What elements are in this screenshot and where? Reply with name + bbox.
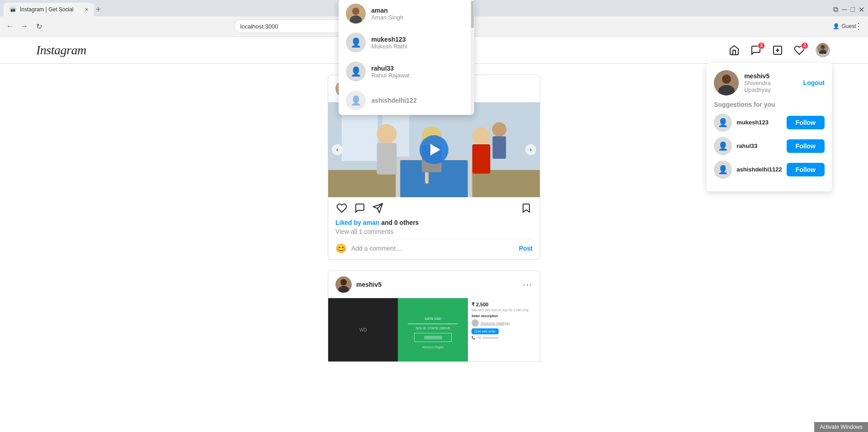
share-icon <box>373 203 383 214</box>
liked-by-highlight: Liked by aman <box>335 219 379 226</box>
profile-dropdown-avatar-image <box>714 70 739 95</box>
tab-title: Instagram | Get Social <box>20 6 81 13</box>
suggestion-username-mukesh123: mukesh123 <box>736 119 782 126</box>
price-sub: New WD 240 SSD at Just Rs 2,390 Only <box>472 309 528 312</box>
scrollbar-thumb <box>471 1 474 28</box>
app-container: Instagram 🔍 ✕ <box>0 37 868 432</box>
search-result-mukesh123[interactable]: 👤 mukesh123 Mukesh Rathi <box>339 28 474 57</box>
wd-label: WD <box>359 328 367 332</box>
restore-window-icon[interactable]: ⧉ <box>833 5 838 14</box>
post-nav-left-arrow[interactable]: ‹ <box>332 144 343 155</box>
suggestion-avatar-ashishdelhi1122: 👤 <box>714 161 732 179</box>
home-nav-button[interactable] <box>727 43 741 57</box>
search-result-fullname-mukesh123: Mukesh Rathi <box>371 43 407 50</box>
suggestion-username-rahul33: rahul33 <box>736 142 782 149</box>
post-comment-button-aman[interactable]: Post <box>519 245 533 252</box>
search-result-username-mukesh123: mukesh123 <box>371 36 407 43</box>
post-avatar-meshiv5 <box>335 276 352 293</box>
suggestion-avatar-mukesh123: 👤 <box>714 114 732 132</box>
svg-point-10 <box>722 75 731 84</box>
ec-right-panel: ₹ 2,500 New WD 240 SSD at Just Rs 2,390 … <box>468 298 540 361</box>
follow-button-rahul33[interactable]: Follow <box>787 139 825 153</box>
search-result-avatar-aman <box>346 4 366 24</box>
add-post-nav-button[interactable] <box>770 43 785 57</box>
bookmark-button-aman[interactable] <box>520 202 533 214</box>
messages-nav-button[interactable]: 3 <box>749 43 763 57</box>
price-tag: ₹ 2,500 <box>472 302 489 308</box>
profile-dropdown-username: meshiv5 <box>744 72 797 80</box>
wd-sub-label: SOLID STATE DRIVE <box>415 326 451 330</box>
suggestion-item-rahul33: 👤 rahul33 Follow <box>714 137 825 155</box>
notifications-nav-button[interactable]: 2 <box>792 43 807 57</box>
suggestion-item-mukesh123: 👤 mukesh123 Follow <box>714 114 825 132</box>
search-result-avatar-mukesh123: 👤 <box>346 33 366 52</box>
minimize-window-icon[interactable]: ─ <box>842 5 847 14</box>
search-result-rahul33[interactable]: 👤 rahul33 Rahul Rajawat <box>339 57 474 86</box>
search-result-fullname-aman: Aman Singh <box>371 14 403 21</box>
search-result-info-aman: aman Aman Singh <box>371 7 403 21</box>
heart-outline-icon <box>336 203 347 214</box>
forward-button[interactable]: → <box>18 20 31 33</box>
chat-with-seller-button[interactable]: Chat with seller <box>472 328 499 334</box>
suggestions-title: Suggestions for you <box>714 101 825 108</box>
wd-drive-icon <box>414 333 452 342</box>
seller-label: Seller description <box>472 314 498 318</box>
wd-brand: Western Digital <box>422 346 443 349</box>
tab-favicon: 📷 <box>9 6 16 13</box>
maximize-window-icon[interactable]: □ <box>850 5 855 14</box>
search-result-username-ashishdelhi: ashishdelhi122 <box>371 97 416 104</box>
browser-right-actions: 👤 Guest ⋮ <box>838 19 864 33</box>
post-card-meshiv5: meshiv5 ··· WD WD Green SATA SSD <box>328 271 540 362</box>
share-button-aman[interactable] <box>372 202 384 214</box>
suggestion-item-ashishdelhi1122: 👤 ashishdelhi1122 Follow <box>714 161 825 179</box>
ecommerce-preview: WD WD Green SATA SSD SOLID STATE DRIVE W… <box>328 298 540 361</box>
post-media-meshiv5: WD WD Green SATA SSD SOLID STATE DRIVE W… <box>328 298 540 361</box>
search-result-info-mukesh123: mukesh123 Mukesh Rathi <box>371 36 407 50</box>
search-result-username-rahul33: rahul33 <box>371 65 410 72</box>
follow-button-mukesh123[interactable]: Follow <box>787 116 825 129</box>
close-window-icon[interactable]: ✕ <box>859 5 864 14</box>
browser-menu-button[interactable]: ⋮ <box>853 19 864 33</box>
user-avatar-nav-button[interactable] <box>814 41 832 59</box>
add-icon <box>772 45 783 56</box>
browser-tab[interactable]: 📷 Instagram | Get Social × <box>4 3 94 16</box>
profile-dropdown-container: meshiv5 Shivendra Upadhyay Logout Sugges… <box>814 41 832 59</box>
play-overlay <box>328 102 540 197</box>
emoji-button-aman[interactable]: 😊 <box>335 243 347 254</box>
user-profile-button[interactable]: 👤 Guest <box>838 20 851 33</box>
seller-name: Shivendra Upadhyay <box>481 322 510 325</box>
notifications-badge: 2 <box>801 42 808 49</box>
comment-input-aman[interactable] <box>351 245 514 252</box>
follow-button-ashishdelhi1122[interactable]: Follow <box>787 163 825 176</box>
logout-button[interactable]: Logout <box>803 79 825 86</box>
user-avatar-nav <box>816 43 830 57</box>
post-nav-right-arrow[interactable]: › <box>525 144 536 155</box>
post-video-aman <box>328 102 540 197</box>
messages-badge: 3 <box>758 42 765 49</box>
profile-dropdown-avatar <box>714 70 739 95</box>
user-avatar-image <box>817 43 828 54</box>
search-result-avatar-ashishdelhi: 👤 <box>346 90 366 110</box>
search-result-ashishdelhi[interactable]: 👤 ashishdelhi122 <box>339 86 474 115</box>
post-actions-aman <box>328 197 540 219</box>
search-result-username-aman: aman <box>371 7 403 14</box>
new-tab-button[interactable]: + <box>96 5 101 14</box>
add-comment-aman: 😊 Post <box>335 239 533 254</box>
seller-info: Shivendra Upadhyay <box>472 319 510 327</box>
post-more-button-meshiv5[interactable]: ··· <box>523 280 533 289</box>
close-tab-button[interactable]: × <box>85 6 89 13</box>
refresh-button[interactable]: ↻ <box>33 20 45 33</box>
like-button-aman[interactable] <box>335 202 348 214</box>
post-media-aman: ‹ › <box>328 102 540 197</box>
play-button[interactable] <box>420 135 448 164</box>
post-username-meshiv5: meshiv5 <box>356 281 382 288</box>
back-button[interactable]: ← <box>4 20 16 33</box>
home-icon <box>729 45 740 56</box>
comment-button-aman[interactable] <box>354 202 366 214</box>
wd-divider <box>408 323 458 324</box>
profile-dropdown-info: meshiv5 Shivendra Upadhyay <box>744 72 797 93</box>
search-result-aman[interactable]: aman Aman Singh <box>339 0 474 28</box>
view-comments-aman[interactable]: View all 1 comments <box>335 228 533 235</box>
svg-point-1 <box>352 8 359 15</box>
wd-drive-bar <box>424 336 442 339</box>
